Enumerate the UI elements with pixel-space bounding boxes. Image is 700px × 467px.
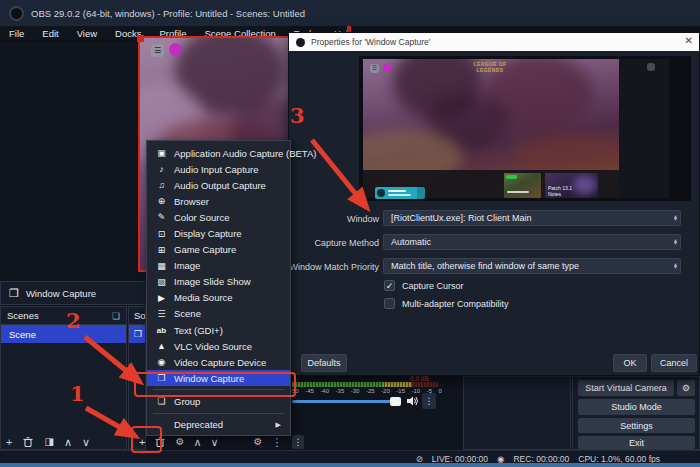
obs-logo-icon bbox=[9, 6, 24, 21]
launch-button bbox=[375, 187, 425, 199]
menu-scene-collection[interactable]: Scene Collection bbox=[195, 28, 284, 39]
sources-panel-title: Sources bbox=[129, 307, 145, 325]
dialog-title-bar[interactable]: Properties for 'Window Capture' ✕ bbox=[289, 33, 699, 51]
source-list-item[interactable]: ❐ bbox=[129, 325, 145, 343]
window-bottom-border bbox=[0, 463, 700, 467]
scenes-panel: Scenes ❏ Scene bbox=[0, 306, 127, 450]
capture-cursor-checkbox[interactable]: ✓ bbox=[384, 280, 395, 291]
ok-button[interactable]: OK bbox=[613, 354, 647, 372]
scenes-panel-title: Scenes bbox=[7, 310, 39, 321]
globe-icon: ⊕ bbox=[156, 196, 167, 206]
patch-notes-card: Patch 13.1 Notes bbox=[545, 173, 598, 198]
source-properties-gear-icon[interactable]: ⚙ bbox=[175, 437, 184, 447]
capture-cursor-label: Capture Cursor bbox=[402, 281, 464, 291]
volume-meter bbox=[292, 382, 438, 387]
mic-icon: ♪ bbox=[156, 164, 167, 174]
window-match-priority-label: Window Match Priority bbox=[289, 262, 379, 272]
speaker-icon[interactable] bbox=[406, 395, 418, 407]
window-field-label: Window bbox=[289, 214, 379, 224]
annotation-box-window-capture bbox=[134, 372, 296, 397]
window-match-priority-select[interactable]: Match title, otherwise find window of sa… bbox=[383, 258, 681, 274]
window-capture-icon: ❐ bbox=[9, 287, 19, 300]
menu-edit[interactable]: Edit bbox=[33, 28, 67, 39]
menu-item-text-gdi[interactable]: abText (GDI+) bbox=[147, 322, 290, 338]
scene-list-icon: ☰ bbox=[156, 309, 167, 319]
menu-item-media-source[interactable]: ▶Media Source bbox=[147, 290, 290, 306]
remove-scene-trash-icon[interactable] bbox=[22, 436, 34, 448]
capture-method-select[interactable]: Automatic ▴▾ bbox=[383, 234, 681, 250]
league-logo: LEAGUE OF LEGENDS bbox=[465, 62, 515, 74]
obs-window: OBS 29.0.2 (64-bit, windows) - Profile: … bbox=[0, 0, 700, 467]
annotation-step-3: 3 bbox=[290, 103, 305, 128]
volume-slider-handle[interactable] bbox=[390, 397, 401, 406]
new-badge bbox=[506, 175, 517, 179]
dialog-close-icon[interactable]: ✕ bbox=[685, 35, 693, 46]
menu-item-image[interactable]: ▦Image bbox=[147, 258, 290, 274]
menu-profile[interactable]: Profile bbox=[151, 28, 196, 39]
monitor-icon: ⊡ bbox=[156, 229, 167, 239]
menu-view[interactable]: View bbox=[68, 28, 106, 39]
image-icon: ▦ bbox=[156, 261, 167, 271]
menu-item-audio-input-capture[interactable]: ♪Audio Input Capture bbox=[147, 161, 290, 177]
menu-item-audio-output-capture[interactable]: ♫Audio Output Capture bbox=[147, 177, 290, 193]
group-folder-icon: ❏ bbox=[156, 396, 167, 406]
exit-button[interactable]: Exit bbox=[578, 436, 695, 449]
scene-list-item[interactable]: Scene bbox=[1, 325, 126, 343]
obs-dialog-logo-icon bbox=[296, 38, 305, 47]
sources-more-dots-icon[interactable]: ⋮ bbox=[272, 437, 283, 448]
camera-icon: ◉ bbox=[156, 357, 167, 367]
scene-transitions-panel bbox=[463, 376, 571, 450]
window-capture-preview: ☰ LEAGUE OF LEGENDS Patch 13.1 Notes bbox=[359, 56, 691, 201]
slideshow-icon: ▧ bbox=[156, 277, 167, 287]
scenes-toolbar: + ◨ ∧ ∨ bbox=[6, 436, 90, 448]
mixer-options-dots-icon[interactable]: ⋮ bbox=[422, 393, 436, 409]
defaults-button[interactable]: Defaults bbox=[301, 354, 347, 372]
window-select[interactable]: [RiotClientUx.exe]: Riot Client Main ▴▾ bbox=[383, 210, 681, 226]
menu-item-scene[interactable]: ☰Scene bbox=[147, 306, 290, 322]
gamepad-icon: ⊞ bbox=[156, 245, 167, 255]
mixer-peak-label: 0.0 dB bbox=[410, 375, 429, 382]
menu-item-color-source[interactable]: ✎Color Source bbox=[147, 209, 290, 225]
menu-item-vlc-video-source[interactable]: ▲VLC Video Source bbox=[147, 338, 290, 354]
vlc-cone-icon: ▲ bbox=[156, 341, 167, 351]
cancel-button[interactable]: Cancel bbox=[651, 354, 697, 372]
client-menu-icon: ☰ bbox=[151, 44, 164, 57]
annotation-step-1: 1 bbox=[70, 381, 85, 406]
menu-item-application-audio-capture[interactable]: ▣Application Audio Capture (BETA) bbox=[147, 145, 290, 161]
title-bar: OBS 29.0.2 (64-bit, windows) - Profile: … bbox=[0, 0, 700, 26]
selection-handle[interactable] bbox=[137, 35, 144, 42]
properties-dialog: Properties for 'Window Capture' ✕ ☰ LEAG… bbox=[288, 32, 700, 376]
audio-mixer-panel: 0.0 dB -50-45-40-35-30-25-20-15-10-50 ⋮ … bbox=[292, 374, 462, 450]
menu-item-game-capture[interactable]: ⊞Game Capture bbox=[147, 242, 290, 258]
menu-item-video-capture-device[interactable]: ◉Video Capture Device bbox=[147, 354, 290, 370]
multi-adapter-checkbox[interactable] bbox=[384, 298, 395, 309]
submenu-arrow-icon: ▶ bbox=[276, 421, 281, 429]
popout-icon[interactable]: ❏ bbox=[112, 311, 120, 321]
scene-filters-icon[interactable]: ◨ bbox=[44, 437, 53, 447]
volume-slider[interactable] bbox=[292, 400, 392, 403]
source-toolbar-toggle-gear-icon[interactable]: ⚙ bbox=[254, 437, 263, 447]
text-icon: ab bbox=[156, 326, 167, 335]
controls-panel: Start Virtual Camera ⚙ Studio Mode Setti… bbox=[572, 376, 700, 450]
move-source-down-button[interactable]: ∨ bbox=[210, 437, 218, 448]
menu-item-deprecated[interactable]: Deprecated▶ bbox=[147, 417, 290, 433]
settings-button[interactable]: Settings bbox=[578, 418, 695, 433]
add-scene-button[interactable]: + bbox=[6, 437, 12, 448]
menu-item-display-capture[interactable]: ⊡Display Capture bbox=[147, 225, 290, 241]
profile-icon bbox=[647, 63, 655, 71]
move-scene-up-button[interactable]: ∧ bbox=[64, 437, 72, 448]
dialog-title: Properties for 'Window Capture' bbox=[311, 37, 430, 47]
source-toolbar-label: Window Capture bbox=[26, 288, 96, 299]
move-scene-down-button[interactable]: ∨ bbox=[82, 437, 90, 448]
move-source-up-button[interactable]: ∧ bbox=[193, 437, 201, 448]
menu-item-image-slide-show[interactable]: ▧Image Slide Show bbox=[147, 274, 290, 290]
menu-file[interactable]: File bbox=[0, 28, 33, 39]
start-virtual-camera-button[interactable]: Start Virtual Camera bbox=[578, 380, 674, 396]
virtual-camera-gear-icon[interactable]: ⚙ bbox=[677, 380, 695, 396]
studio-mode-button[interactable]: Studio Mode bbox=[578, 399, 695, 415]
capture-method-label: Capture Method bbox=[289, 238, 379, 248]
menu-item-browser[interactable]: ⊕Browser bbox=[147, 193, 290, 209]
mixer-more-dots-icon[interactable]: ⋮ bbox=[292, 435, 304, 449]
app-audio-icon: ▣ bbox=[156, 148, 167, 158]
annotation-step-2: 2 bbox=[66, 308, 81, 333]
